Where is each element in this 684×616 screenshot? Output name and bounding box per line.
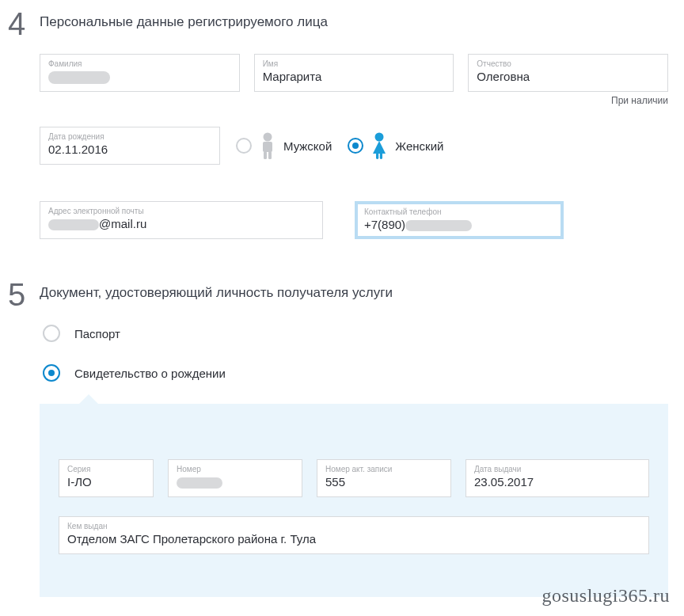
doc-issued-by-field[interactable]: Кем выдан Отделом ЗАГС Пролетарского рай… (59, 516, 649, 554)
patronymic-field[interactable]: Отчество Олеговна (468, 54, 668, 92)
gender-female-option[interactable]: Женский (348, 131, 443, 160)
doc-issue-date-field[interactable]: Дата выдачи 23.05.2017 (466, 459, 649, 497)
svg-point-4 (375, 133, 384, 142)
first-name-value: Маргарита (263, 70, 322, 83)
patronymic-value: Олеговна (477, 70, 530, 83)
section-personal-data: 4 Персональные данные регистрируемого ли… (0, 0, 684, 271)
last-name-value (48, 70, 110, 83)
birthcert-panel: Серия I-ЛО Номер Номер акт. записи 555 Д… (40, 404, 668, 597)
dob-field[interactable]: Дата рождения 02.11.2016 (40, 127, 220, 165)
radio-unchecked-icon (43, 325, 60, 342)
patronymic-label: Отчество (477, 59, 659, 68)
radio-unchecked-icon (236, 138, 252, 154)
email-field[interactable]: Адрес электронной почты @mail.ru (40, 201, 323, 239)
doc-number-field[interactable]: Номер (168, 459, 302, 497)
male-person-icon (256, 131, 279, 160)
phone-field[interactable]: Контактный телефон +7(890) (355, 201, 564, 239)
doc-issue-date-label: Дата выдачи (474, 465, 640, 473)
step-number-4: 4 (8, 8, 40, 271)
doc-record-field[interactable]: Номер акт. записи 555 (317, 459, 451, 497)
optional-note: При наличии (40, 95, 668, 106)
doc-issue-date-value: 23.05.2017 (474, 475, 534, 489)
svg-rect-1 (263, 142, 272, 152)
doc-number-label: Номер (177, 465, 294, 473)
doc-option-passport-label: Паспорт (74, 327, 120, 340)
first-name-field[interactable]: Имя Маргарита (254, 54, 454, 92)
section-4-title: Персональные данные регистрируемого лица (40, 14, 668, 30)
panel-arrow-icon (78, 394, 100, 405)
section-id-document: 5 Документ, удостоверяющий личность полу… (0, 271, 684, 597)
radio-checked-icon (348, 138, 363, 154)
svg-marker-5 (373, 141, 386, 154)
doc-record-label: Номер акт. записи (325, 465, 443, 473)
gender-female-label: Женский (395, 139, 443, 153)
female-person-icon (368, 131, 390, 160)
last-name-field[interactable]: Фамилия (40, 54, 240, 92)
doc-series-label: Серия (67, 465, 145, 473)
first-name-label: Имя (263, 59, 446, 68)
svg-rect-3 (268, 151, 272, 159)
svg-point-0 (264, 133, 272, 142)
svg-rect-7 (380, 153, 382, 159)
doc-record-value: 555 (325, 475, 345, 489)
dob-label: Дата рождения (48, 132, 211, 141)
gender-male-option[interactable]: Мужской (236, 131, 332, 160)
email-label: Адрес электронной почты (48, 207, 314, 215)
doc-number-value (177, 475, 222, 489)
phone-value: +7(890) (364, 218, 472, 231)
section-5-title: Документ, удостоверяющий личность получа… (40, 285, 668, 301)
doc-series-value: I-ЛО (67, 475, 92, 489)
phone-label: Контактный телефон (364, 207, 554, 216)
step-number-5: 5 (8, 279, 40, 597)
dob-value: 02.11.2016 (48, 143, 108, 156)
svg-rect-2 (264, 151, 267, 159)
doc-issued-by-value: Отделом ЗАГС Пролетарского района г. Тул… (67, 532, 316, 546)
doc-option-passport[interactable]: Паспорт (43, 325, 668, 342)
doc-series-field[interactable]: Серия I-ЛО (59, 459, 154, 497)
gender-male-label: Мужской (283, 139, 332, 153)
doc-issued-by-label: Кем выдан (67, 522, 640, 530)
radio-checked-icon (43, 364, 60, 382)
email-value: @mail.ru (48, 217, 146, 230)
doc-option-birthcert[interactable]: Свидетельство о рождении (43, 364, 668, 382)
last-name-label: Фамилия (48, 59, 231, 68)
doc-option-birthcert-label: Свидетельство о рождении (74, 367, 226, 380)
svg-rect-6 (376, 153, 378, 159)
